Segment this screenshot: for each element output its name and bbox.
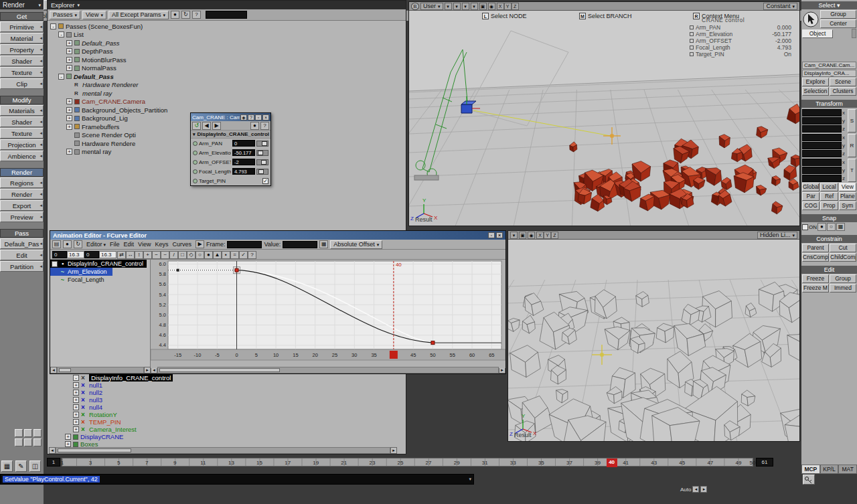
memo-cam-icon[interactable]: ▾ [445, 3, 452, 10]
expander-icon[interactable]: + [66, 124, 72, 130]
selection-tool-icon[interactable] [802, 11, 820, 28]
fcurve-tool-icon[interactable]: □ [178, 251, 187, 259]
help-icon[interactable]: ? [248, 251, 256, 259]
mcp-scrollbar[interactable] [852, 29, 856, 38]
scene-button[interactable]: Scene [830, 78, 856, 86]
explorer-view-dropdown[interactable]: View▾ [82, 11, 106, 19]
edit-button[interactable]: Edit◂ [0, 250, 44, 260]
section-header-pass[interactable]: Pass [0, 229, 44, 238]
expander-icon[interactable]: - [73, 375, 79, 381]
menu-edit[interactable]: Edit [122, 241, 137, 248]
expander-icon[interactable]: + [73, 412, 79, 418]
param-slider[interactable] [256, 141, 268, 147]
par-button[interactable]: Par [802, 192, 820, 201]
global-button[interactable]: Global [802, 183, 820, 191]
lock-icon[interactable]: ● [171, 11, 179, 19]
minimize-icon[interactable]: ▫ [488, 232, 495, 238]
shader-button[interactable]: Shader◂ [0, 116, 44, 127]
explore-button[interactable]: Explore [802, 78, 829, 86]
timeline-start-frame-field[interactable]: 1 [47, 458, 60, 467]
materials-button[interactable]: Materials◂ [0, 105, 44, 116]
clusters-button[interactable]: Clusters [830, 87, 856, 96]
anim-divot-icon[interactable] [193, 169, 198, 174]
cog-button[interactable]: COG [802, 201, 820, 210]
anim-divot-icon[interactable] [193, 160, 198, 165]
property-button[interactable]: Property◂ [0, 44, 44, 55]
preview-button[interactable]: Preview◂ [0, 212, 44, 222]
render-button[interactable]: Render◂ [0, 189, 44, 199]
explorer-window-header[interactable]: Explorer ▾ [48, 1, 406, 9]
scrollbar-track[interactable] [56, 447, 390, 454]
fcurve-tool-icon[interactable]: ↔ [126, 251, 135, 259]
expander-icon[interactable]: + [66, 149, 72, 155]
translate-button[interactable]: T [848, 159, 856, 182]
expander-icon[interactable]: + [73, 390, 79, 396]
clip-button[interactable]: Clip◂ [0, 78, 44, 89]
explorer-find-field[interactable] [206, 11, 247, 19]
timeline-playhead[interactable]: 40 [607, 458, 617, 467]
export-button[interactable]: Export◂ [0, 200, 44, 211]
axis-x-button[interactable]: X [536, 232, 544, 239]
fcurve-tool-icon[interactable]: ~ [161, 251, 169, 259]
menu-curves[interactable]: Curves [170, 241, 193, 248]
tree-item-rotationy[interactable]: +×RotationY [54, 411, 403, 418]
tree-item-default-pass[interactable]: -Default_Pass [48, 72, 406, 81]
fcurve-tool-icon[interactable]: ▲ [213, 251, 222, 259]
select-panel-header[interactable]: Select ▾ [801, 1, 857, 9]
help-icon[interactable]: ? [192, 11, 201, 19]
anim-divot-icon[interactable] [193, 151, 198, 155]
tab-mcp[interactable]: MCP [801, 465, 820, 474]
axis-y-button[interactable]: Y [544, 232, 551, 239]
expander-icon[interactable]: + [73, 397, 79, 403]
explorer-icon[interactable]: ▤ [52, 240, 61, 248]
tree-item-camera-interest[interactable]: +×Camera_Interest [54, 426, 403, 433]
scroll-left-icon[interactable]: ◂ [49, 447, 56, 454]
value-field[interactable] [283, 241, 317, 248]
tab-mat[interactable]: MAT [838, 465, 857, 474]
lock-icon[interactable]: ● [63, 240, 72, 248]
spinner-right-icon[interactable]: ▸ [700, 486, 707, 493]
texture-button[interactable]: Texture◂ [0, 128, 44, 139]
tree-item-mental-ray[interactable]: Rmental ray [48, 89, 406, 98]
fcurve-tool-icon[interactable]: ⇄ [117, 251, 126, 259]
hl-icon[interactable]: ▦ [319, 240, 328, 248]
curve-snap-icon[interactable]: ○ [827, 223, 836, 231]
anim-divot-icon[interactable] [193, 179, 198, 183]
param-checkbox[interactable]: ✓ [262, 178, 268, 184]
expander-icon[interactable]: - [58, 74, 64, 80]
frame-field[interactable] [227, 241, 262, 248]
fcurve-tool-icon[interactable]: + [143, 251, 152, 259]
section-header-get[interactable]: Get [0, 12, 44, 21]
layout-button[interactable] [15, 438, 23, 446]
section-header-render[interactable]: Render [0, 168, 44, 177]
axis-x-button[interactable]: X [497, 3, 504, 10]
object-button[interactable]: Object [802, 29, 833, 38]
menu-editor[interactable]: Editor▾ [84, 241, 108, 248]
immed-button[interactable]: Immed [830, 284, 856, 292]
selection-button[interactable]: Selection [802, 87, 829, 96]
viewport-letter-button[interactable]: B [411, 3, 419, 10]
fcurve-tree-item-displayinfo-crane-control[interactable]: -▪DisplayInfo_CRANE_control [50, 260, 147, 268]
explorer-filter-dropdown[interactable]: All Except Params▾ [108, 11, 169, 19]
tree-item-list[interactable]: -List [48, 31, 406, 39]
transform-s-x-field[interactable] [802, 109, 842, 116]
slider-thumb[interactable] [262, 141, 267, 146]
param-value-field[interactable]: -50.177 [232, 149, 255, 156]
fcurve-range-field[interactable]: 16.3 [67, 251, 84, 258]
tree-item-displayinfo-crane-control[interactable]: -×DisplayInfo_CRANE_control [54, 374, 403, 382]
projection-button[interactable]: Projection◂ [0, 139, 44, 150]
plane-button[interactable]: Plane [839, 192, 856, 201]
expander-icon[interactable]: + [73, 382, 79, 388]
expander-icon[interactable]: + [65, 434, 71, 440]
refresh-icon[interactable]: ↻ [181, 11, 190, 19]
fcurve-tool-icon[interactable]: ○ [196, 251, 204, 259]
expander-icon[interactable]: + [66, 65, 72, 71]
grid-snap-icon[interactable]: ▦ [836, 223, 845, 231]
tree-item-null1[interactable]: +×null1 [54, 382, 403, 389]
axis-y-button[interactable]: Y [504, 3, 512, 10]
cnscomp-button[interactable]: CnsComp [802, 253, 829, 262]
anim-divot-icon[interactable] [193, 141, 198, 146]
partition-button[interactable]: Partition◂ [0, 261, 44, 272]
layout-button[interactable] [15, 429, 23, 437]
ppg-section-header[interactable]: ▾ DisplayInfo_CRANE_control [191, 131, 270, 139]
